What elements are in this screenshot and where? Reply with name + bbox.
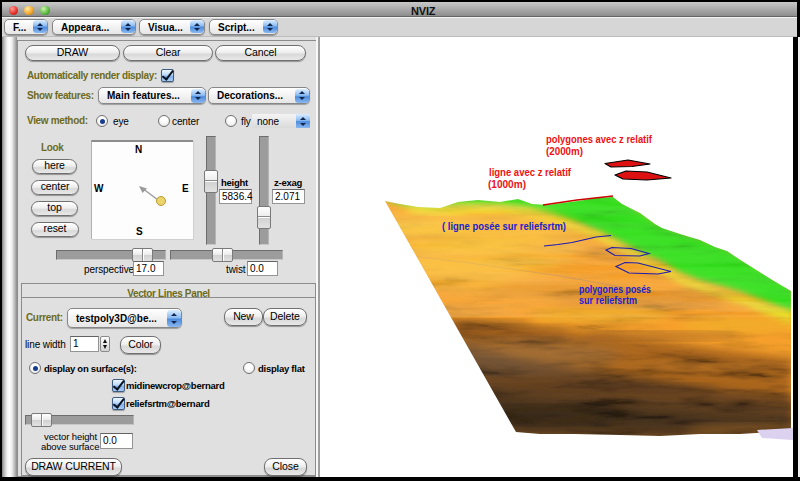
svg-text:( ligne posée sur reliefsrtm): ( ligne posée sur reliefsrtm) — [442, 221, 566, 232]
svg-text:ligne avec z relatif: ligne avec z relatif — [489, 167, 572, 178]
svg-text:polygones posés: polygones posés — [579, 284, 651, 295]
svg-text:(2000m): (2000m) — [546, 146, 583, 157]
svg-text:sur reliefsrtm: sur reliefsrtm — [579, 295, 637, 306]
svg-text:polygones avec z relatif: polygones avec z relatif — [546, 134, 653, 145]
svg-text:(1000m): (1000m) — [488, 179, 526, 190]
